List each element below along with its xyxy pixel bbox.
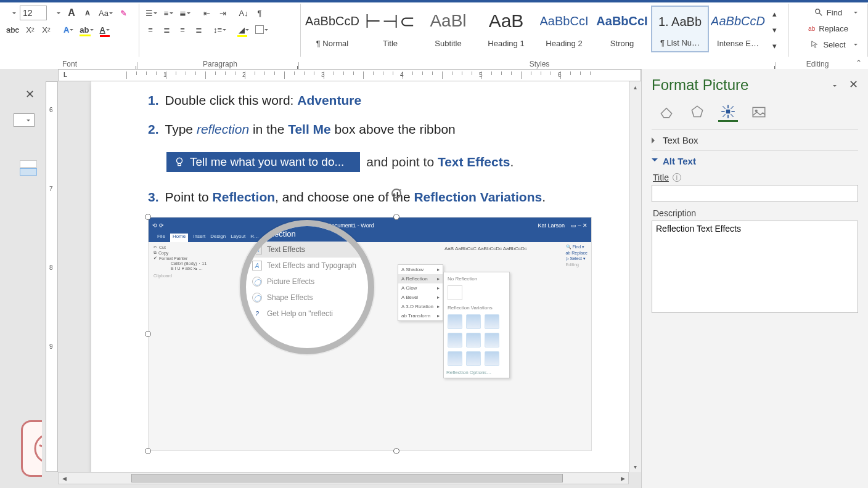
clear-formatting-button[interactable]: ✎: [117, 6, 131, 20]
increase-indent-button[interactable]: ⇥: [215, 6, 230, 20]
text-effects-button[interactable]: A: [61, 22, 76, 37]
editing-group-label: Editing: [806, 60, 829, 68]
font-color-button[interactable]: A: [97, 22, 112, 37]
document-page[interactable]: 1. Double click this word: Adventure 2. …: [91, 81, 641, 472]
line-spacing-button[interactable]: ↕≡: [211, 22, 229, 37]
styles-row-down[interactable]: ▾: [767, 22, 782, 38]
styles-expand[interactable]: ▾: [767, 38, 782, 54]
alttext-header[interactable]: Alt Text: [652, 156, 858, 166]
pane-options-dropdown[interactable]: [830, 81, 838, 90]
mini-editing: 🔍 Find ▾ ab Replace ▷ Select ▾ Editing: [566, 245, 588, 268]
change-case-button[interactable]: Aa: [96, 6, 115, 20]
pane-title: Format Picture: [652, 76, 858, 94]
bullets-button[interactable]: ☰: [143, 6, 160, 20]
rotate-handle[interactable]: [390, 187, 403, 200]
selected-picture[interactable]: ⟲ ⟳ Document1 - Word Kat Larson ▭ – ✕ Fi…: [148, 217, 641, 451]
find-button[interactable]: Find: [796, 5, 860, 20]
show-marks-button[interactable]: ¶: [252, 6, 267, 20]
select-button[interactable]: Select: [796, 37, 860, 52]
scroll-down-button[interactable]: ▾: [629, 461, 641, 472]
mini-clipboard-area: ✂ Cut ⧉ Copy ✔ Format Painter Calibri (B…: [154, 245, 234, 279]
fill-tab[interactable]: [657, 102, 676, 122]
style-list-number[interactable]: 1. AaBb¶ List Nu…: [651, 6, 709, 52]
scroll-thumb[interactable]: [131, 474, 563, 482]
reflection-grid: [446, 313, 507, 367]
mag-menu-item: ?Get Help on "reflecti: [246, 306, 368, 322]
subscript-button[interactable]: X2: [23, 22, 38, 37]
mag-menu-item: ◯Shape Effects: [246, 290, 368, 306]
svg-line-1: [819, 13, 822, 15]
style-heading1[interactable]: AaBHeading 1: [477, 6, 535, 52]
nav-search[interactable]: [14, 113, 35, 127]
tell-me-text: Tell me what you want to do...: [190, 155, 344, 169]
format-picture-tabs: [652, 100, 858, 129]
styles-more-controls: ▴ ▾ ▾: [767, 6, 779, 54]
horizontal-scrollbar[interactable]: ◂ ▸: [58, 472, 629, 484]
align-left-button[interactable]: ≡: [143, 22, 158, 37]
textbox-header[interactable]: Text Box: [652, 135, 858, 145]
adventure-word[interactable]: Adventure: [297, 93, 361, 107]
justify-button[interactable]: ≣: [191, 22, 206, 37]
embedded-screenshot: ⟲ ⟳ Document1 - Word Kat Larson ▭ – ✕ Fi…: [148, 217, 592, 451]
description-label: Description: [653, 208, 858, 218]
vertical-ruler[interactable]: 6789: [46, 81, 58, 472]
style-intense-emphasis[interactable]: AaBbCcDIntense E…: [709, 6, 767, 52]
mag-menu-item: AText Effects and Typograph: [246, 258, 368, 274]
effects-tab[interactable]: [687, 102, 707, 122]
collapse-ribbon-button[interactable]: ⌃: [853, 57, 864, 68]
replace-button[interactable]: abReplace: [796, 21, 860, 36]
style-normal[interactable]: AaBbCcD¶ Normal: [303, 6, 361, 52]
svg-point-12: [755, 110, 758, 112]
scroll-right-button[interactable]: ▸: [617, 473, 628, 484]
style-subtitle[interactable]: AaBlSubtitle: [419, 6, 477, 52]
horizontal-ruler[interactable]: L 123456: [58, 69, 641, 81]
align-right-button[interactable]: ≡: [175, 22, 190, 37]
alttext-description-input[interactable]: [652, 221, 858, 313]
grow-font-button[interactable]: A: [64, 6, 79, 20]
svg-rect-5: [178, 163, 181, 165]
list-item: 1. Double click this word: Adventure: [148, 91, 641, 109]
shrink-font-button[interactable]: A: [80, 6, 95, 20]
nav-close-button[interactable]: ✕: [25, 87, 35, 101]
borders-button[interactable]: [253, 22, 271, 37]
align-center-button[interactable]: ≣: [159, 22, 174, 37]
nav-thumbnails[interactable]: [20, 160, 37, 176]
shading-button[interactable]: ◢: [236, 22, 252, 37]
mini-tabs: FileHomeInsertDesignLayoutR…: [149, 234, 591, 242]
style-strong[interactable]: AaBbCcIStrong: [593, 6, 651, 52]
decrease-indent-button[interactable]: ⇤: [199, 6, 214, 20]
picture-tab[interactable]: [749, 102, 769, 122]
info-icon[interactable]: i: [673, 173, 681, 182]
styles-group-label: Styles: [530, 60, 550, 68]
text-effects-flyout: A Shadow▸ A Reflection▸ A Glow▸ A Bevel▸…: [398, 264, 443, 321]
layout-tab[interactable]: [718, 102, 738, 122]
pane-close-button[interactable]: ✕: [849, 78, 858, 91]
paragraph-group-label: Paragraph: [203, 60, 237, 68]
styles-row-up[interactable]: ▴: [767, 6, 782, 22]
sort-button[interactable]: A↓: [236, 6, 251, 20]
lightbulb-icon: [174, 157, 185, 168]
svg-point-0: [816, 9, 820, 14]
highlight-button[interactable]: ab: [77, 22, 96, 37]
multilevel-list-button[interactable]: ≣: [177, 6, 193, 20]
font-group: 12 A A Aa ✎ abc X2 X2 A ab A: [0, 4, 139, 57]
font-size-input[interactable]: 12: [20, 6, 47, 20]
workspace: ✕ L 123456 6789 1. Double click this wor…: [0, 69, 868, 488]
resize-handle[interactable]: [393, 448, 399, 454]
vertical-scrollbar[interactable]: ▴ ▾: [629, 81, 641, 472]
styles-group: AaBbCcD¶ Normal ⊢⊣⊂Title AaBlSubtitle Aa…: [301, 4, 789, 57]
resize-handle[interactable]: [145, 448, 151, 454]
font-size-value: 12: [23, 8, 33, 18]
paragraph-group: ☰ ≡ ≣ ⇤ ⇥ A↓ ¶ ≡ ≣ ≡ ≣ ↕≡ ◢: [139, 4, 301, 57]
strikethrough-button[interactable]: abc: [4, 22, 22, 37]
numbering-button[interactable]: ≡: [161, 6, 176, 20]
style-heading2[interactable]: AaBbCcIHeading 2: [535, 6, 593, 52]
svg-marker-9: [692, 106, 702, 116]
alttext-title-input[interactable]: [652, 185, 858, 202]
superscript-button[interactable]: X2: [39, 22, 54, 37]
scroll-up-button[interactable]: ▴: [629, 81, 641, 92]
font-size-dropdown[interactable]: [48, 6, 63, 20]
scroll-left-button[interactable]: ◂: [59, 473, 70, 484]
style-title[interactable]: ⊢⊣⊂Title: [361, 6, 419, 52]
font-name-dropdown[interactable]: [4, 6, 18, 20]
